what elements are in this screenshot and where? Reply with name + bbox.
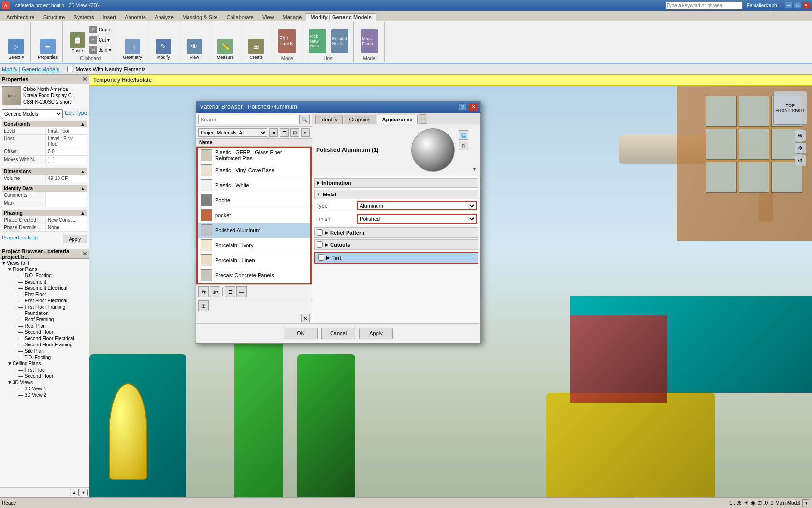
- list-item[interactable]: Porcelain - Linen: [198, 253, 310, 268]
- dimensions-header[interactable]: Dimensions ▲: [2, 168, 87, 175]
- phasing-header[interactable]: Phasing ▲: [2, 210, 87, 216]
- list-item[interactable]: Plastic - White: [198, 178, 310, 193]
- tab-insert[interactable]: Insert: [99, 13, 121, 21]
- search-input[interactable]: [666, 1, 743, 9]
- tree-item-bo-footing[interactable]: — B.O. Footing: [13, 272, 88, 279]
- restore-button[interactable]: □: [794, 2, 801, 9]
- tint-header[interactable]: ▶ Tint: [314, 252, 478, 264]
- mat-view-toggle-button[interactable]: ☰: [225, 286, 235, 297]
- tab-add-button[interactable]: +: [419, 114, 427, 124]
- tab-modify[interactable]: Modify | Generic Models: [306, 13, 376, 21]
- tab-manage[interactable]: Manage: [278, 13, 306, 21]
- material-list-view-button[interactable]: ☰: [280, 128, 289, 137]
- relief-pattern-header[interactable]: ▶ Relief Pattern: [314, 227, 478, 238]
- related-hosts-button[interactable]: Related Hosts: [329, 28, 350, 55]
- metal-type-dropdown[interactable]: Aluminum: [357, 201, 477, 210]
- properties-apply-button[interactable]: Apply: [63, 235, 87, 243]
- mat-collapse-button[interactable]: «: [301, 314, 310, 322]
- moves-with-checkbox[interactable]: [67, 66, 73, 72]
- moves-with-prop-checkbox[interactable]: [48, 157, 54, 163]
- tree-item-foundation[interactable]: — Foundation: [13, 310, 88, 316]
- tint-checkbox[interactable]: [318, 254, 324, 261]
- tree-item-basement[interactable]: — Basement: [13, 279, 88, 285]
- tree-item-first-floor-framing[interactable]: — First Floor Framing: [13, 304, 88, 310]
- status-menu-button[interactable]: ▾: [802, 499, 810, 507]
- tree-item-second-floor-electrical[interactable]: — Second Floor Electrical: [13, 335, 88, 342]
- tree-item-ceiling-second[interactable]: — Second Floor: [13, 373, 88, 379]
- tree-item-ceiling-first[interactable]: — First Floor: [13, 367, 88, 373]
- metal-finish-dropdown[interactable]: Polished: [357, 214, 477, 224]
- tab-view[interactable]: View: [258, 13, 278, 21]
- minimize-button[interactable]: ─: [785, 2, 793, 9]
- tree-item-first-floor[interactable]: — First Floor: [13, 291, 88, 298]
- list-item-selected[interactable]: Polished Aluminum: [198, 223, 310, 238]
- ok-button[interactable]: OK: [284, 328, 318, 339]
- view-ribbon-button[interactable]: 👁 View: [185, 37, 204, 61]
- modify-button[interactable]: ✎ Modify: [154, 37, 173, 61]
- apply-button[interactable]: Apply: [359, 328, 393, 339]
- paste-button[interactable]: 📋 Paste: [68, 31, 87, 55]
- browser-scroll-up[interactable]: ▲: [70, 489, 79, 496]
- information-header[interactable]: ▶ Information: [314, 178, 478, 188]
- relief-pattern-checkbox[interactable]: [317, 229, 323, 236]
- tab-extra[interactable]: [376, 19, 391, 21]
- tree-views-all[interactable]: ▼ Views (all): [1, 260, 88, 266]
- measure-button[interactable]: 📏 Measure: [215, 37, 236, 61]
- dialog-close-button[interactable]: ✕: [469, 103, 478, 111]
- tree-item-basement-electrical[interactable]: — Basement Electrical: [13, 285, 88, 291]
- tree-item-3d-view-2[interactable]: — 3D View 2: [13, 392, 88, 398]
- material-search-input[interactable]: [198, 115, 297, 124]
- tree-floor-plans[interactable]: ▼ Floor Plans: [7, 266, 88, 272]
- mat-duplicate-button[interactable]: ⊕▾: [210, 286, 220, 297]
- mat-panel-button[interactable]: —: [236, 286, 247, 297]
- material-search-button[interactable]: 🔍: [299, 115, 310, 124]
- tree-item-second-floor[interactable]: — Second Floor: [13, 329, 88, 335]
- material-list[interactable]: Plastic - GFRP - Glass Fiber Reinforced …: [196, 147, 312, 284]
- pick-new-host-button[interactable]: Pick New Host: [307, 28, 328, 55]
- tab-appearance[interactable]: Appearance: [377, 115, 418, 124]
- tab-graphics[interactable]: Graphics: [344, 115, 376, 124]
- moves-with-checkbox-label[interactable]: Moves With Nearby Elements: [67, 66, 145, 72]
- cutouts-header[interactable]: ▶ Cutouts: [314, 239, 478, 250]
- tree-item-site-plan[interactable]: — Site Plan: [13, 348, 88, 354]
- tab-systems[interactable]: Systems: [69, 13, 98, 21]
- properties-button[interactable]: ≡ Properties: [36, 37, 59, 61]
- mat-grid-view-button[interactable]: ⊞: [198, 300, 209, 311]
- tree-item-roof-plan[interactable]: — Roof Plan: [13, 323, 88, 329]
- tab-collaborate[interactable]: Collaborate: [222, 13, 258, 21]
- list-item[interactable]: Porcelain - Ivory: [198, 238, 310, 253]
- tab-identity[interactable]: Identity: [315, 115, 343, 124]
- list-item[interactable]: Plastic - Vinyl Cove Base: [198, 163, 310, 178]
- identity-data-header[interactable]: Identity Data ▲: [2, 185, 87, 192]
- tree-item-3d-view-1[interactable]: — 3D View 1: [13, 386, 88, 392]
- mat-preview-scene-button[interactable]: 🌐: [459, 130, 468, 140]
- tab-massing[interactable]: Massing & Site: [178, 13, 222, 21]
- project-browser-close-button[interactable]: ✕: [82, 251, 87, 257]
- close-button[interactable]: ✕: [802, 2, 810, 9]
- tab-annotate[interactable]: Annotate: [120, 13, 150, 21]
- tree-item-second-floor-framing[interactable]: — Second Floor Framing: [13, 342, 88, 348]
- properties-close-button[interactable]: ✕: [82, 76, 87, 83]
- select-button[interactable]: ▷ Select ▾: [6, 37, 26, 61]
- mass-floors-button[interactable]: Mass Floors: [359, 28, 380, 55]
- type-dropdown[interactable]: Generic Models: [2, 109, 63, 118]
- tree-item-first-floor-electrical[interactable]: — First Floor Electrical: [13, 298, 88, 304]
- tree-item-to-footing[interactable]: — T.O. Footing: [13, 354, 88, 360]
- browser-scroll-down[interactable]: ▼: [79, 489, 88, 496]
- cut-button[interactable]: ✂ Cut ▾: [88, 35, 113, 45]
- properties-help-link[interactable]: Properties help: [2, 235, 38, 243]
- viewport-content[interactable]: TOPFRONT RIGHT ⊕ ✥ ↺ Material Browser - …: [89, 86, 812, 497]
- join-button[interactable]: ⋈ Join ▾: [88, 45, 113, 55]
- edit-type-link[interactable]: Edit Type: [65, 110, 87, 116]
- material-filter-options-button[interactable]: ▾: [269, 128, 278, 137]
- tab-analyze[interactable]: Analyze: [150, 13, 178, 21]
- dialog-help-button[interactable]: ?: [458, 103, 467, 111]
- cutouts-checkbox[interactable]: [317, 241, 323, 248]
- constraints-header[interactable]: Constraints ▲: [2, 121, 87, 127]
- tree-item-roof-framing[interactable]: — Roof Framing: [13, 316, 88, 323]
- mat-preview-copy-button[interactable]: ⎘: [459, 141, 468, 150]
- list-item[interactable]: Plastic - GFRP - Glass Fiber Reinforced …: [198, 148, 310, 163]
- list-item[interactable]: Poche: [198, 193, 310, 208]
- list-item[interactable]: Precast Concrete Panels: [198, 268, 310, 283]
- mat-add-button[interactable]: +▾: [198, 286, 209, 297]
